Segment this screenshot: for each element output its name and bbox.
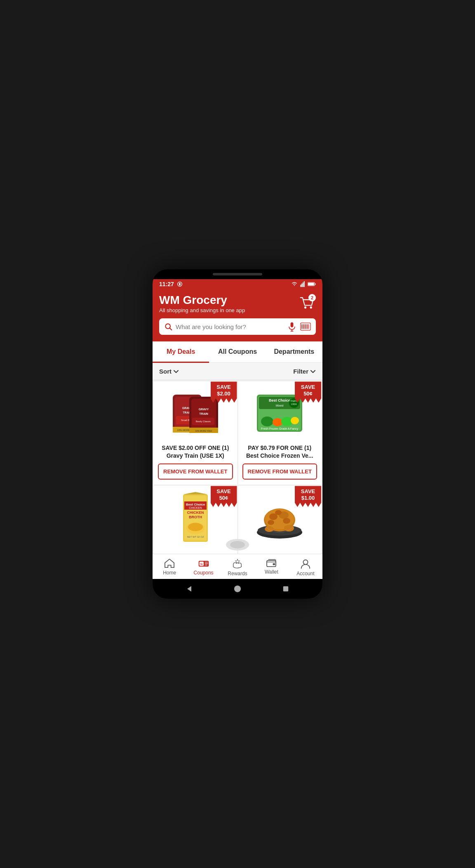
search-action-icons	[288, 322, 311, 332]
svg-rect-84	[273, 563, 275, 565]
filter-button[interactable]: Filter	[293, 368, 316, 375]
remove-wallet-button-1[interactable]: REMOVE FROM WALLET	[158, 463, 233, 480]
svg-line-11	[169, 328, 172, 330]
back-button[interactable]	[183, 583, 195, 595]
battery-icon	[308, 282, 316, 287]
barcode-icon[interactable]	[300, 322, 311, 331]
svg-point-8	[304, 306, 306, 308]
nav-home-label: Home	[163, 570, 176, 576]
time: 11:27	[159, 281, 174, 287]
svg-text:Fresh Frozen Grade A Fancy: Fresh Frozen Grade A Fancy	[261, 427, 298, 430]
svg-text:GRAVY: GRAVY	[199, 408, 209, 411]
svg-rect-2	[301, 283, 302, 287]
svg-rect-12	[291, 322, 294, 327]
recents-button[interactable]	[280, 583, 292, 595]
partial-deals-row: SAVE 50¢ Best Choice CHICKEN CHICKEN BRO…	[153, 486, 322, 554]
rewards-icon	[232, 558, 243, 569]
svg-point-46	[273, 418, 282, 426]
deal-card-1: SAVE $2.00 GRAVY TRAIN Small Bites 10% M…	[154, 381, 237, 485]
nav-account-label: Account	[296, 571, 314, 576]
deal-card-4: SAVE $1.00	[238, 486, 322, 554]
svg-text:%: %	[200, 563, 203, 566]
nav-rewards[interactable]: Rewards	[221, 558, 254, 576]
svg-point-87	[234, 586, 241, 592]
svg-text:CHICKEN: CHICKEN	[187, 510, 204, 515]
sort-filter-bar: Sort Filter	[153, 363, 322, 380]
coupons-icon: %	[198, 558, 209, 568]
svg-text:Best Choice: Best Choice	[269, 398, 290, 402]
scroll-handle[interactable]	[226, 539, 249, 550]
status-right	[291, 281, 316, 287]
remove-wallet-button-2[interactable]: REMOVE FROM WALLET	[242, 463, 317, 480]
phone-shell: 11:27	[153, 269, 322, 599]
nav-wallet-label: Wallet	[265, 569, 278, 575]
recents-icon	[282, 586, 289, 592]
nav-home[interactable]: Home	[153, 558, 186, 576]
nav-coupons[interactable]: % Coupons	[186, 558, 220, 576]
app-title: WM Grocery	[159, 294, 245, 307]
microphone-icon[interactable]	[288, 322, 296, 332]
app-header: WM Grocery All shopping and savings in o…	[153, 289, 322, 342]
search-bar[interactable]	[159, 318, 316, 335]
app-header-top: WM Grocery All shopping and savings in o…	[159, 294, 316, 314]
status-left: 11:27	[159, 281, 183, 287]
svg-rect-3	[303, 282, 303, 287]
svg-text:10% MORE FREE: 10% MORE FREE	[195, 430, 212, 432]
chicken-broth-image: Best Choice CHICKEN CHICKEN BROTH NET WT…	[179, 491, 212, 545]
account-icon	[300, 558, 311, 569]
svg-text:Beefy Classic: Beefy Classic	[196, 420, 211, 423]
signal-icon	[176, 281, 183, 287]
wifi-icon	[291, 282, 298, 287]
svg-point-70	[275, 510, 282, 515]
sort-button[interactable]: Sort	[159, 368, 179, 375]
home-circle-icon	[234, 585, 241, 593]
nav-rewards-label: Rewards	[228, 571, 247, 576]
tab-departments[interactable]: Departments	[266, 341, 322, 362]
home-button[interactable]	[231, 583, 244, 595]
tab-all-coupons[interactable]: All Coupons	[209, 341, 266, 362]
svg-point-48	[291, 417, 299, 424]
back-icon	[185, 585, 193, 593]
cart-badge: 2	[308, 294, 316, 301]
deal-card-2: SAVE 50¢ Best Choice Mixed Fres	[238, 381, 322, 485]
svg-rect-1	[300, 285, 301, 287]
svg-rect-88	[283, 586, 288, 591]
notch-bar	[213, 273, 262, 275]
nav-account[interactable]: Account	[289, 558, 322, 576]
wallet-icon	[266, 558, 277, 567]
nav-coupons-label: Coupons	[194, 570, 214, 576]
sort-chevron-icon	[173, 369, 179, 374]
svg-text:BROTH: BROTH	[189, 515, 202, 519]
scroll-handle-inner	[230, 541, 245, 548]
tab-my-deals[interactable]: My Deals	[153, 341, 209, 362]
deal-card-3: SAVE 50¢ Best Choice CHICKEN CHICKEN BRO…	[154, 486, 237, 554]
svg-rect-4	[304, 281, 305, 287]
svg-point-45	[261, 416, 273, 426]
signal-bars-icon	[300, 281, 305, 287]
svg-point-9	[310, 306, 312, 308]
svg-text:NET WT 32 OZ: NET WT 32 OZ	[187, 536, 204, 538]
home-icon	[164, 558, 175, 568]
svg-text:USDA: USDA	[291, 403, 297, 405]
svg-text:Best Choice: Best Choice	[186, 503, 205, 506]
cart-button[interactable]: 2	[298, 294, 316, 312]
svg-marker-86	[187, 586, 191, 592]
svg-point-85	[303, 560, 308, 565]
deal-description-2: PAY $0.79 FOR ONE (1) Best Choice Frozen…	[242, 444, 317, 459]
svg-rect-6	[315, 283, 315, 285]
app-subtitle: All shopping and savings in one app	[159, 307, 245, 313]
phone-bottom-bar	[153, 579, 322, 599]
svg-text:TRAIN: TRAIN	[199, 412, 208, 415]
deals-grid: SAVE $2.00 GRAVY TRAIN Small Bites 10% M…	[153, 380, 322, 486]
app-branding: WM Grocery All shopping and savings in o…	[159, 294, 245, 314]
svg-marker-55	[183, 492, 208, 494]
search-input[interactable]	[176, 323, 285, 330]
svg-text:Mixed: Mixed	[276, 404, 284, 407]
bottom-nav: Home % Coupons Rewards	[153, 554, 322, 579]
save-badge-3: SAVE 50¢	[211, 486, 237, 507]
svg-point-72	[268, 520, 274, 525]
save-badge-4: SAVE $1.00	[295, 486, 321, 507]
status-bar: 11:27	[153, 279, 322, 289]
nav-wallet[interactable]: Wallet	[254, 558, 288, 576]
svg-point-73	[284, 525, 294, 532]
